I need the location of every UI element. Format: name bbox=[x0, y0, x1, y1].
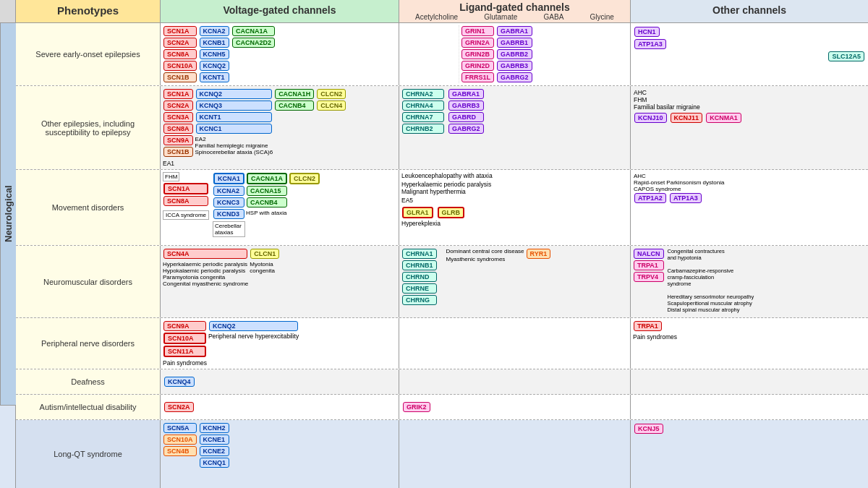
gene-atp1a3-3[interactable]: ATP1A3 bbox=[670, 193, 702, 203]
gene-kcnq3-2[interactable]: KCNQ3 bbox=[196, 100, 273, 111]
gene-nalcn-4[interactable]: NALCN bbox=[634, 249, 664, 259]
gene-kcnb1-1[interactable]: KCNB1 bbox=[200, 38, 230, 48]
gene-trpa1-4a[interactable]: TRPA1 bbox=[634, 260, 664, 270]
gene-clcn2-3[interactable]: CLCN2 bbox=[289, 173, 320, 184]
gene-kcnq4-6[interactable]: KCNQ4 bbox=[164, 377, 195, 387]
gene-scn2a-7[interactable]: SCN2A bbox=[164, 402, 194, 412]
gene-gabrg2-1[interactable]: GABRG2 bbox=[497, 72, 532, 82]
gene-grin2d-1[interactable]: GRIN2D bbox=[461, 61, 494, 71]
gene-ryr1-4[interactable]: RYR1 bbox=[527, 249, 551, 259]
gene-kcnj10-2[interactable]: KCNJ10 bbox=[634, 113, 667, 123]
gene-scn2a-1[interactable]: SCN2A bbox=[163, 38, 197, 48]
gene-scn1a-2[interactable]: SCN1A bbox=[163, 89, 193, 99]
gene-kcna2-3[interactable]: KCNA2 bbox=[213, 186, 244, 196]
gene-clcn1-4[interactable]: CLCN1 bbox=[250, 249, 279, 259]
phenotype-longqt: Long-QT syndrome bbox=[16, 420, 161, 488]
gene-cacna15-3[interactable]: CACNA15 bbox=[247, 186, 287, 196]
gene-kcnc3-3[interactable]: KCNC3 bbox=[213, 197, 244, 207]
gene-scn8a-2[interactable]: SCN8A bbox=[163, 124, 193, 134]
gene-clcn2-2[interactable]: CLCN2 bbox=[317, 89, 346, 99]
gene-kcnq1-8[interactable]: KCNQ1 bbox=[200, 458, 230, 468]
gene-cacna1h-2[interactable]: CACNA1H bbox=[275, 89, 314, 99]
gene-kcnq2-1[interactable]: KCNQ2 bbox=[200, 61, 230, 71]
leukoen-label: Leukoencephalopathy with ataxia bbox=[401, 172, 628, 179]
gene-chrna2-2[interactable]: CHRNA2 bbox=[402, 89, 444, 99]
gene-glra1-3[interactable]: GLRA1 bbox=[402, 207, 433, 218]
gene-scn1a-1[interactable]: SCN1A bbox=[163, 26, 197, 36]
gene-gabra1-1[interactable]: GABRA1 bbox=[497, 26, 532, 36]
gene-kcnj11-2[interactable]: KCNJ11 bbox=[671, 113, 703, 123]
gene-scn2a-2[interactable]: SCN2A bbox=[163, 100, 193, 111]
gene-scn3a-2[interactable]: SCN3A bbox=[163, 112, 193, 122]
gene-atp1a3-1[interactable]: ATP1A3 bbox=[634, 39, 666, 49]
ligand-movement: Leukoencephalopathy with ataxia Hyperkal… bbox=[399, 170, 631, 245]
header-row: Phenotypes Voltage-gated channels Ligand… bbox=[0, 0, 868, 23]
gene-frrs1l-1[interactable]: FRRS1L bbox=[461, 72, 494, 82]
gene-trpa1-5[interactable]: TRPA1 bbox=[634, 321, 662, 331]
gene-scn1b-2[interactable]: SCN1B bbox=[163, 147, 193, 157]
gene-kcnj5-8[interactable]: KCNJ5 bbox=[634, 424, 663, 434]
gene-scn10a-1[interactable]: SCN10A bbox=[163, 61, 197, 71]
gene-kcne2-8[interactable]: KCNE2 bbox=[200, 446, 230, 456]
gene-gabrb1-1[interactable]: GABRB1 bbox=[497, 38, 532, 48]
gene-scn1b-1[interactable]: SCN1B bbox=[163, 72, 197, 82]
content-area: Phenotypes Voltage-gated channels Ligand… bbox=[0, 0, 868, 488]
gene-kcne1-8[interactable]: KCNE1 bbox=[200, 435, 230, 445]
gene-atp1a2-3[interactable]: ATP1A2 bbox=[634, 193, 666, 203]
gene-kcnh2-8[interactable]: KCNH2 bbox=[200, 423, 230, 433]
gene-scn8a-3[interactable]: SCN8A bbox=[163, 196, 208, 206]
gene-scn8a-1[interactable]: SCN8A bbox=[163, 49, 197, 59]
gene-kcnq2-5[interactable]: KCNQ2 bbox=[209, 321, 298, 331]
gene-hcn1-1[interactable]: HCN1 bbox=[634, 27, 660, 37]
gene-chrna4-2[interactable]: CHRNA4 bbox=[402, 100, 444, 111]
gene-chrnb2-2[interactable]: CHRNB2 bbox=[402, 124, 444, 134]
gene-gabra1-2[interactable]: GABRA1 bbox=[448, 89, 484, 99]
gene-grik2-7[interactable]: GRIK2 bbox=[403, 402, 430, 412]
gene-kcnh5-1[interactable]: KCNH5 bbox=[200, 49, 230, 59]
gene-kcnc1-2[interactable]: KCNC1 bbox=[196, 124, 273, 134]
gene-gabrg2-2[interactable]: GABRG2 bbox=[448, 124, 484, 134]
peripheral-hyperex-label: Peripheral nerve hyperexcitability bbox=[208, 333, 299, 340]
gene-cacnb4-2[interactable]: CACNB4 bbox=[275, 100, 314, 111]
phenotype-peripheral: Peripheral nerve disorders bbox=[16, 318, 161, 369]
gene-gabrb2-1[interactable]: GABRB2 bbox=[497, 49, 532, 59]
ligand-autism: GRIK2 bbox=[399, 395, 631, 419]
gene-chrnd-4[interactable]: CHRND bbox=[402, 272, 437, 282]
gene-kcnt1-2[interactable]: KCNT1 bbox=[196, 112, 273, 122]
gene-scn10a-8[interactable]: SCN10A bbox=[163, 435, 197, 445]
gene-cacnb4-3[interactable]: CACNB4 bbox=[247, 197, 287, 207]
gene-kcna1-3[interactable]: KCNA1 bbox=[213, 173, 244, 184]
gene-scn11a-5[interactable]: SCN11A bbox=[163, 346, 206, 357]
gene-kcnd3-3[interactable]: KCND3 bbox=[213, 209, 244, 219]
gene-gabrb3-1[interactable]: GABRB3 bbox=[497, 61, 532, 71]
gene-kcna2-1[interactable]: KCNA2 bbox=[200, 26, 230, 36]
gene-glrb-3[interactable]: GLRB bbox=[438, 207, 465, 218]
pain-syndromes-label-right: Pain syndromes bbox=[633, 333, 866, 341]
gene-chrng-4[interactable]: CHRNG bbox=[402, 295, 437, 305]
gene-slc12a5-1[interactable]: SLC12A5 bbox=[828, 51, 864, 61]
gene-cacna2d2-1[interactable]: CACNA2D2 bbox=[232, 38, 275, 48]
gene-scn4b-8[interactable]: SCN4B bbox=[163, 446, 197, 456]
gene-scn4a-4[interactable]: SCN4A bbox=[163, 249, 247, 259]
gene-kcnt1-1[interactable]: KCNT1 bbox=[200, 72, 230, 82]
gene-grin2b-1[interactable]: GRIN2B bbox=[461, 49, 494, 59]
gene-trpv4-4[interactable]: TRPV4 bbox=[634, 272, 664, 282]
gene-grin2a-1[interactable]: GRIN2A bbox=[461, 38, 494, 48]
gene-chrna1-4[interactable]: CHRNA1 bbox=[402, 249, 437, 259]
gene-grin1-1[interactable]: GRIN1 bbox=[461, 26, 494, 36]
gene-kcnq2-2[interactable]: KCNQ2 bbox=[196, 89, 273, 99]
gene-clcn4-2[interactable]: CLCN4 bbox=[317, 100, 346, 111]
gene-scn9a-2[interactable]: SCN9A bbox=[163, 135, 193, 145]
gene-chrnb1-4[interactable]: CHRNB1 bbox=[402, 260, 437, 270]
gene-cacna1a-1[interactable]: CACNA1A bbox=[232, 26, 275, 36]
gene-gabrd-2[interactable]: GABRD bbox=[448, 112, 484, 122]
gene-scn1a-3[interactable]: SCN1A bbox=[163, 183, 208, 194]
gene-chrne-4[interactable]: CHRNE bbox=[402, 283, 437, 294]
gene-kcnma1-2[interactable]: KCNMA1 bbox=[706, 113, 741, 123]
gene-chrna7-2[interactable]: CHRNA7 bbox=[402, 112, 444, 122]
gene-scn9a-5[interactable]: SCN9A bbox=[163, 321, 206, 331]
gene-scn5a-8[interactable]: SCN5A bbox=[163, 423, 197, 433]
gene-gabrb3-2[interactable]: GABRB3 bbox=[448, 100, 484, 111]
gene-cacna1a-3[interactable]: CACNA1A bbox=[247, 173, 287, 184]
gene-scn10a-5[interactable]: SCN10A bbox=[163, 333, 206, 344]
